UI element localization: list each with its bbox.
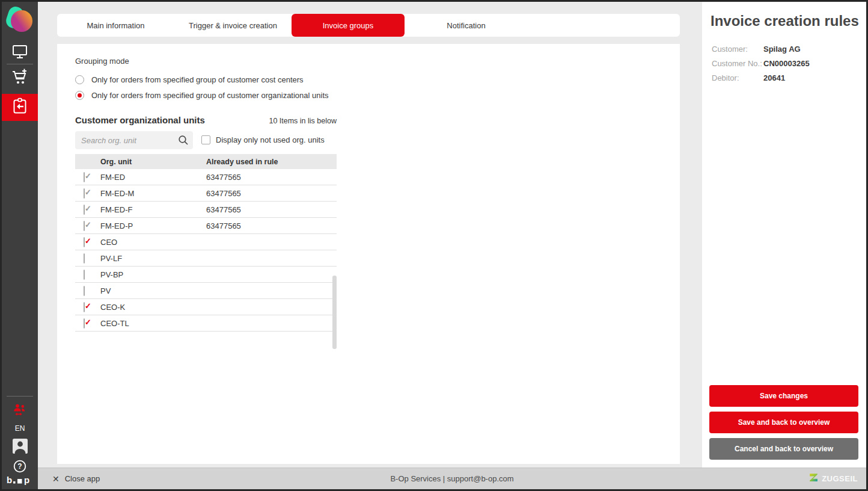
info-label: Customer: (712, 45, 763, 54)
table-row[interactable]: PV-LF (75, 250, 337, 267)
org-unit-cell: PV (100, 286, 206, 295)
sidebar-item-profile[interactable] (2, 439, 38, 455)
sidebar-divider (7, 64, 33, 64)
main-area: Main information Trigger & invoice creat… (38, 2, 702, 468)
row-checkbox[interactable] (84, 318, 85, 329)
table-row[interactable]: PV (75, 283, 337, 299)
page-title: Invoice creation rules (711, 13, 859, 29)
table-row[interactable]: FM-ED-P 63477565 (75, 218, 337, 234)
org-units-table: Org. unit Already used in rule FM-ED 634… (75, 154, 337, 332)
filter-checkbox[interactable] (201, 135, 210, 144)
zugseil-brand: ZUGSEIL (808, 468, 858, 489)
zugseil-wordmark: ZUGSEIL (822, 474, 858, 483)
table-row[interactable]: CEO (75, 234, 337, 250)
column-header-already-used: Already used in rule (206, 158, 337, 166)
org-unit-cell: CEO-TL (100, 319, 206, 328)
section-title: Customer organizational units (75, 115, 205, 125)
info-label: Debitor: (712, 73, 763, 82)
svg-text:b: b (7, 475, 12, 485)
monitor-icon (11, 44, 28, 63)
bop-logo: b p (6, 475, 34, 487)
tab[interactable]: Trigger & invoice creation (174, 14, 292, 37)
table-row[interactable]: CEO-TL (75, 315, 337, 332)
row-checkbox[interactable] (84, 237, 85, 247)
radio-button[interactable] (75, 75, 84, 84)
already-used-cell: 63477565 (206, 173, 337, 182)
side-panel: Invoice creation rules Customer: Spilag … (702, 2, 866, 468)
sidebar-item-switch-customer[interactable] (2, 404, 38, 418)
org-unit-cell: PV-LF (100, 254, 206, 263)
sidebar: EN ? b (2, 2, 38, 489)
tab[interactable]: Main information (57, 14, 174, 37)
action-button[interactable]: Save and back to overview (709, 412, 858, 433)
search-icon[interactable] (178, 135, 189, 148)
sidebar-item-help[interactable]: ? (2, 460, 38, 475)
table-header-row: Org. unit Already used in rule (75, 154, 337, 169)
table-row[interactable]: FM-ED 63477565 (75, 169, 337, 185)
sidebar-item-orders[interactable] (2, 68, 38, 88)
app-window: EN ? b (2, 2, 866, 489)
info-value: CN00003265 (763, 59, 810, 68)
svg-text:?: ? (17, 462, 22, 471)
org-unit-cell: CEO-K (100, 303, 206, 312)
radio-option-label: Only for orders from specified group of … (91, 75, 304, 84)
footer-bar: ✕ Close app B-Op Services | support@b-op… (38, 468, 866, 489)
already-used-cell: 63477565 (206, 205, 337, 214)
sidebar-item-bop-brand: b p (2, 476, 38, 487)
row-checkbox[interactable] (84, 205, 85, 215)
row-checkbox[interactable] (84, 221, 85, 231)
sidebar-divider (7, 396, 33, 397)
org-unit-cell: FM-ED-F (100, 205, 206, 214)
info-row: Debitor: 20641 (712, 70, 860, 85)
close-app-label: Close app (65, 474, 100, 483)
logo-circle-shape (11, 10, 32, 32)
items-count-text: 10 Items in lis below (269, 117, 337, 125)
table-scrollbar-thumb[interactable] (332, 276, 337, 349)
support-text: B-Op Services | support@b-op.com (38, 468, 866, 489)
language-selector[interactable]: EN (2, 424, 38, 433)
radio-button[interactable] (75, 91, 84, 100)
action-button[interactable]: Cancel and back to overview (709, 438, 858, 460)
svg-text:p: p (24, 475, 29, 485)
already-used-cell: 63477565 (206, 189, 337, 198)
info-value: 20641 (763, 73, 785, 82)
row-checkbox[interactable] (84, 270, 85, 280)
info-label: Customer No.: (712, 59, 763, 68)
filter-checkbox-label: Display only not used org. units (216, 135, 325, 144)
switch-users-icon (12, 403, 28, 419)
zugseil-z-icon (808, 472, 819, 485)
table-row[interactable]: PV-BP (75, 267, 337, 283)
row-checkbox[interactable] (84, 302, 85, 312)
sidebar-item-monitor[interactable] (2, 44, 38, 62)
invoice-rules-icon (11, 97, 29, 119)
table-row[interactable]: FM-ED-F 63477565 (75, 202, 337, 218)
panel-actions: Save changes Save and back to overview C… (709, 385, 858, 460)
grouping-mode-options: Only for orders from specified group of … (75, 72, 329, 103)
radio-option[interactable]: Only for orders from specified group of … (75, 72, 329, 87)
row-checkbox[interactable] (84, 172, 85, 182)
column-header-org-unit: Org. unit (100, 158, 206, 166)
grouping-mode-label: Grouping mode (75, 57, 129, 66)
org-unit-cell: FM-ED-P (100, 221, 206, 230)
radio-option[interactable]: Only for orders from specified group of … (75, 87, 329, 103)
row-checkbox[interactable] (84, 253, 85, 264)
org-unit-cell: FM-ED (100, 173, 206, 182)
row-checkbox[interactable] (84, 286, 85, 296)
tab-bar: Main information Trigger & invoice creat… (57, 14, 680, 37)
table-row[interactable]: CEO-K (75, 299, 337, 315)
customer-info: Customer: Spilag AG Customer No.: CN0000… (712, 42, 860, 85)
search-input[interactable] (81, 131, 176, 149)
app-logo[interactable] (5, 5, 34, 34)
tab[interactable]: Invoice groups (292, 14, 405, 37)
sidebar-item-invoice-rules-active[interactable] (2, 94, 38, 121)
close-icon: ✕ (52, 474, 60, 484)
radio-option-label: Only for orders from specified group of … (91, 91, 329, 100)
table-row[interactable]: FM-ED-M 63477565 (75, 185, 337, 202)
close-app-button[interactable]: ✕ Close app (52, 468, 100, 489)
org-unit-cell: CEO (100, 238, 206, 247)
tab[interactable]: Notification (405, 14, 528, 37)
row-checkbox[interactable] (84, 188, 85, 199)
action-button[interactable]: Save changes (709, 385, 858, 407)
info-row: Customer No.: CN00003265 (712, 56, 860, 70)
filter-not-used-checkbox-row[interactable]: Display only not used org. units (201, 135, 325, 144)
